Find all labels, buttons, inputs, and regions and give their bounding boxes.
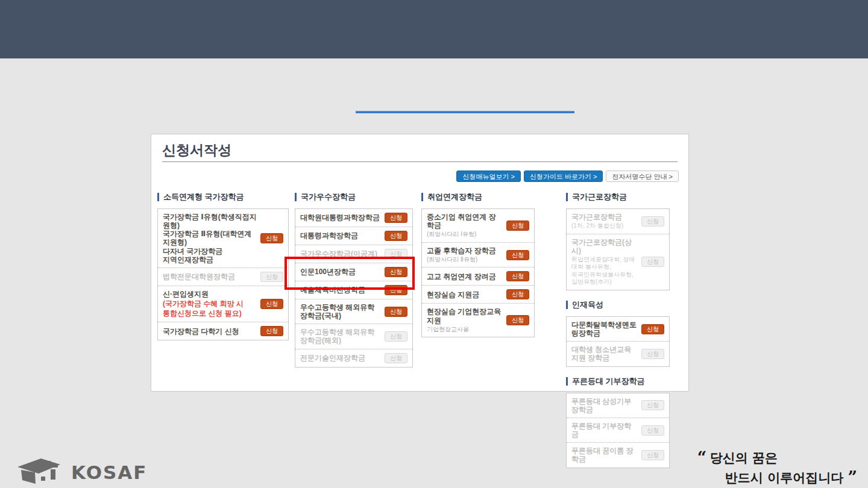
scholarship-row: 대학생 청소년교육지원 장학금 신청 bbox=[567, 341, 669, 366]
scholarship-note: (국가장학금 수혜 희망 시 통합신청으로 신청 필요) bbox=[163, 299, 244, 318]
scholarship-row: 대통령과학장학금 신청 bbox=[295, 227, 412, 245]
scholarship-title: 우수고등학생 해외유학장학금(해외) bbox=[300, 328, 381, 345]
section-title: 푸른등대 기부장학금 bbox=[572, 376, 645, 387]
scholarship-title: 푸른등대 기부장학금 bbox=[571, 422, 638, 439]
apply-button: 신청 bbox=[260, 272, 283, 282]
scholarship-title: 고졸 후학습자 장학금 bbox=[427, 246, 496, 255]
scholarship-title: 우수고등학생 해외유학장학금(국내) bbox=[300, 303, 381, 320]
page-title: 신청서작성 bbox=[162, 141, 231, 160]
section-header: 국가우수장학금 bbox=[295, 192, 413, 202]
apply-button: 신청 bbox=[641, 257, 664, 267]
scholarship-title: 대통령과학장학금 bbox=[300, 231, 358, 240]
scholarship-row: 현장실습 기업현장교육 지원 기업현장교사용 신청 bbox=[422, 303, 534, 337]
header-bar-icon bbox=[295, 193, 297, 201]
column-income-linked: 소득연계형 국가장학금 국가장학금 Ⅰ유형(학생직접지원형) 국가장학금 Ⅱ유형… bbox=[157, 192, 289, 350]
top-header-bar bbox=[0, 0, 868, 58]
scholarship-title: 고교 취업연계 장려금 bbox=[427, 272, 496, 281]
section-title: 인재육성 bbox=[572, 299, 603, 310]
scholarship-title: 법학전문대학원장학금 bbox=[163, 272, 235, 281]
scholarship-row: 푸른등대 기부장학금 신청 bbox=[567, 418, 669, 442]
scholarship-box: 중소기업 취업연계 장학금 (희망사다리 Ⅰ유형) 신청 고졸 후학습자 장학금… bbox=[421, 208, 535, 337]
esign-button[interactable]: 전자서명수단 안내 > bbox=[606, 170, 679, 182]
apply-button: 신청 bbox=[641, 450, 664, 460]
header-bar-icon bbox=[157, 193, 159, 201]
apply-button[interactable]: 신청 bbox=[260, 233, 283, 243]
scholarship-subtitle: (1차, 2차 통합신청) bbox=[571, 222, 623, 230]
scholarship-title: 국가장학금 Ⅰ유형(학생직접지원형) 국가장학금 Ⅱ유형(대학연계지원형) 다자… bbox=[163, 213, 257, 264]
scholarship-row: 다문화탈북학생멘토링장학금 신청 bbox=[567, 317, 669, 341]
apply-button[interactable]: 신청 bbox=[506, 271, 529, 281]
section-header: 취업연계장학금 bbox=[421, 192, 535, 202]
apply-button[interactable]: 신청 bbox=[385, 213, 407, 223]
scholarship-box: 푸른등대 삼성기부장학금 신청 푸른등대 기부장학금 신청 푸른등대 꿈이룸 장… bbox=[566, 393, 670, 468]
guide-button[interactable]: 신청가이드 바로가기 > bbox=[524, 170, 603, 182]
apply-button: 신청 bbox=[641, 216, 664, 227]
scholarship-title: 국가장학금 다학기 신청 bbox=[163, 327, 239, 336]
scholarship-row: 우수고등학생 해외유학장학금(국내) 신청 bbox=[295, 299, 412, 324]
apply-button[interactable]: 신청 bbox=[385, 231, 407, 241]
apply-button[interactable]: 신청 bbox=[506, 289, 529, 299]
scholarship-title: 현장실습 기업현장교육 지원 bbox=[427, 307, 503, 324]
scholarship-row: 우수고등학생 해외유학장학금(해외) 신청 bbox=[295, 324, 412, 348]
apply-button[interactable]: 신청 bbox=[641, 324, 664, 334]
blue-divider-line bbox=[356, 111, 574, 113]
scholarship-title: 전문기술인재장학금 bbox=[300, 354, 365, 362]
apply-button: 신청 bbox=[641, 349, 664, 359]
apply-button[interactable]: 신청 bbox=[506, 315, 529, 325]
scholarship-subtitle: (희망사다리 Ⅱ유형) bbox=[427, 256, 496, 264]
slogan-line1: 당신의 꿈은 bbox=[710, 450, 778, 465]
slogan: “ 당신의 꿈은 반드시 이루어집니다 ” bbox=[697, 448, 856, 487]
apply-button[interactable]: 신청 bbox=[385, 307, 407, 317]
close-quote-mark: ” bbox=[848, 468, 856, 487]
header-bar-icon bbox=[566, 301, 568, 309]
slogan-line2: 반드시 이루어집니다 bbox=[725, 470, 843, 485]
scholarship-row: 국가장학금 Ⅰ유형(학생직접지원형) 국가장학금 Ⅱ유형(대학연계지원형) 다자… bbox=[158, 209, 288, 267]
scholarship-row: 고졸 후학습자 장학금 (희망사다리 Ⅱ유형) 신청 bbox=[422, 242, 534, 267]
apply-button: 신청 bbox=[641, 400, 664, 410]
kosaf-logo[interactable]: KOSAF bbox=[17, 457, 147, 488]
apply-button: 신청 bbox=[385, 331, 407, 342]
kosaf-logo-text: KOSAF bbox=[71, 461, 147, 483]
scholarship-title: 대학생 청소년교육지원 장학금 bbox=[571, 345, 638, 362]
graduation-cap-icon bbox=[17, 457, 65, 488]
scholarship-title: 다문화탈북학생멘토링장학금 bbox=[571, 321, 638, 337]
scholarship-row: 푸른등대 삼성기부장학금 신청 bbox=[567, 393, 669, 418]
section-header: 인재육성 bbox=[566, 300, 670, 310]
scholarship-box: 국가장학금 Ⅰ유형(학생직접지원형) 국가장학금 Ⅱ유형(대학연계지원형) 다자… bbox=[157, 208, 289, 340]
scholarship-row: 푸른등대 꿈이룸 장학금 신청 bbox=[567, 442, 669, 467]
scholarship-subtitle: 기업현장교사용 bbox=[427, 326, 503, 334]
apply-button[interactable]: 신청 bbox=[506, 250, 529, 260]
scholarship-subtitle: 취업연계중점대학, 장애대학 봉사유형, 외국인유학생봉사유형, 일반유형(추가… bbox=[571, 256, 638, 286]
scholarship-row: 국가장학금 다학기 신청 신청 bbox=[158, 322, 288, 340]
header-bar-icon bbox=[421, 193, 423, 201]
section-title: 소득연계형 국가장학금 bbox=[163, 192, 244, 202]
open-quote-mark: “ bbox=[697, 448, 706, 467]
section-title: 국가근로장학금 bbox=[572, 192, 627, 202]
scholarship-row: 신·편입생지원 (국가장학금 수혜 희망 시 통합신청으로 신청 필요) 신청 bbox=[158, 286, 288, 322]
header-bar-icon bbox=[566, 193, 568, 201]
scholarship-title: 국가근로장학금(상시) bbox=[571, 238, 638, 255]
apply-button: 신청 bbox=[641, 425, 664, 436]
scholarship-row: 국가근로장학금 (1차, 2차 통합신청) 신청 bbox=[567, 209, 669, 234]
scholarship-row: 고교 취업연계 장려금 신청 bbox=[422, 267, 534, 285]
scholarship-subtitle: (희망사다리 Ⅰ유형) bbox=[427, 231, 503, 239]
column-work-and-others: 국가근로장학금 국가근로장학금 (1차, 2차 통합신청) 신청 국가근로장학금… bbox=[566, 192, 670, 478]
title-divider bbox=[162, 161, 678, 162]
scholarship-title: 중소기업 취업연계 장학금 bbox=[427, 213, 503, 230]
apply-button[interactable]: 신청 bbox=[260, 326, 283, 336]
scholarship-title: 푸른등대 삼성기부장학금 bbox=[571, 397, 638, 414]
apply-button[interactable]: 신청 bbox=[506, 221, 529, 231]
scholarship-title: 신·편입생지원 bbox=[163, 290, 244, 298]
scholarship-row: 현장실습 지원금 신청 bbox=[422, 285, 534, 303]
scholarship-title: 푸른등대 꿈이룸 장학금 bbox=[571, 446, 638, 463]
toolbar: 신청매뉴얼보기 > 신청가이드 바로가기 > 전자서명수단 안내 > bbox=[456, 170, 679, 182]
scholarship-row: 국가근로장학금(상시) 취업연계중점대학, 장애대학 봉사유형, 외국인유학생봉… bbox=[567, 234, 669, 290]
manual-button[interactable]: 신청매뉴얼보기 > bbox=[456, 170, 520, 182]
apply-button[interactable]: 신청 bbox=[260, 299, 283, 309]
scholarship-row: 대학원대통령과학장학금 신청 bbox=[295, 209, 412, 227]
section-header: 국가근로장학금 bbox=[566, 192, 670, 202]
apply-button: 신청 bbox=[385, 353, 407, 363]
section-title: 국가우수장학금 bbox=[301, 192, 356, 202]
scholarship-box: 국가근로장학금 (1차, 2차 통합신청) 신청 국가근로장학금(상시) 취업연… bbox=[566, 208, 670, 290]
header-bar-icon bbox=[566, 377, 568, 386]
